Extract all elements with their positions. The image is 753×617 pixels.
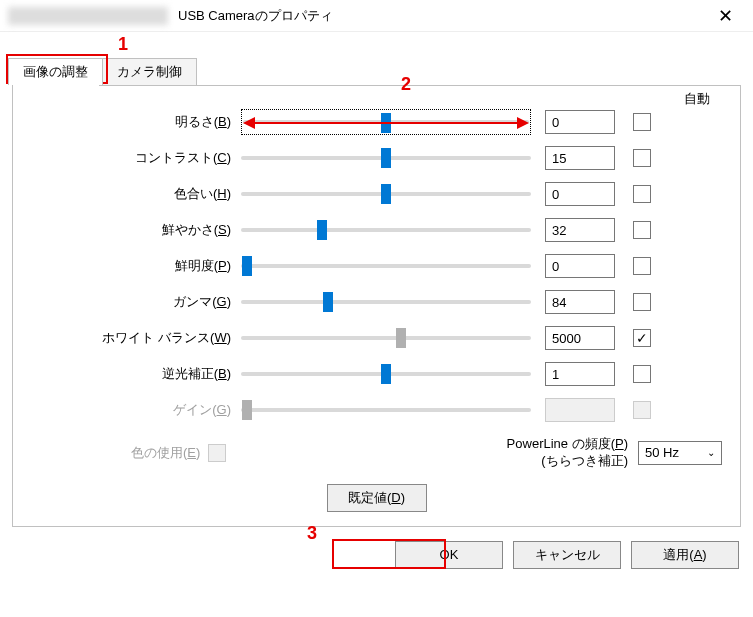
- slider-value-input[interactable]: [545, 290, 615, 314]
- auto-checkbox[interactable]: [633, 149, 651, 167]
- slider: [241, 397, 531, 423]
- slider-label: 色合い(H): [31, 185, 241, 203]
- slider-thumb[interactable]: [381, 113, 391, 133]
- slider-row: ホワイト バランス(W)✓: [31, 320, 722, 356]
- slider-row: コントラスト(C): [31, 140, 722, 176]
- slider-value-input[interactable]: [545, 362, 615, 386]
- slider-label: コントラスト(C): [31, 149, 241, 167]
- slider-row: 明るさ(B): [31, 104, 722, 140]
- auto-checkbox[interactable]: [633, 185, 651, 203]
- slider-value-input[interactable]: [545, 182, 615, 206]
- color-enable-label: 色の使用(E): [131, 444, 200, 462]
- slider-label: ホワイト バランス(W): [31, 329, 241, 347]
- apply-button[interactable]: 適用(A): [631, 541, 739, 569]
- slider[interactable]: [241, 145, 531, 171]
- defaults-button[interactable]: 既定値(D): [327, 484, 427, 512]
- slider[interactable]: [241, 325, 531, 351]
- slider-thumb[interactable]: [381, 148, 391, 168]
- slider-thumb[interactable]: [242, 256, 252, 276]
- slider-thumb[interactable]: [381, 184, 391, 204]
- powerline-combo[interactable]: 50 Hz ⌄: [638, 441, 722, 465]
- auto-checkbox[interactable]: [633, 221, 651, 239]
- cancel-button[interactable]: キャンセル: [513, 541, 621, 569]
- slider-thumb[interactable]: [323, 292, 333, 312]
- auto-checkbox: [633, 401, 651, 419]
- auto-checkbox[interactable]: [633, 365, 651, 383]
- slider[interactable]: [241, 217, 531, 243]
- slider[interactable]: [241, 109, 531, 135]
- slider-thumb: [242, 400, 252, 420]
- slider-value-input[interactable]: [545, 326, 615, 350]
- slider[interactable]: [241, 253, 531, 279]
- slider[interactable]: [241, 289, 531, 315]
- slider[interactable]: [241, 361, 531, 387]
- color-enable-group: 色の使用(E): [131, 444, 226, 462]
- slider-value-input[interactable]: [545, 218, 615, 242]
- auto-checkbox[interactable]: [633, 113, 651, 131]
- ok-button[interactable]: OK: [395, 541, 503, 569]
- slider-label: 鮮明度(P): [31, 257, 241, 275]
- slider-thumb[interactable]: [396, 328, 406, 348]
- slider[interactable]: [241, 181, 531, 207]
- annotation-1: 1: [118, 34, 128, 55]
- color-enable-checkbox: [208, 444, 226, 462]
- powerline-group: PowerLine の頻度(P) (ちらつき補正) 50 Hz ⌄: [507, 436, 722, 470]
- slider-label: 明るさ(B): [31, 113, 241, 131]
- slider-thumb[interactable]: [381, 364, 391, 384]
- slider-row: 逆光補正(B): [31, 356, 722, 392]
- auto-column-header: 自動: [684, 90, 710, 108]
- slider-row: 色合い(H): [31, 176, 722, 212]
- slider-value-input[interactable]: [545, 254, 615, 278]
- slider-row: ゲイン(G): [31, 392, 722, 428]
- slider-row: ガンマ(G): [31, 284, 722, 320]
- slider-value-input[interactable]: [545, 146, 615, 170]
- slider-label: ガンマ(G): [31, 293, 241, 311]
- window-title: USB Cameraのプロパティ: [178, 7, 333, 25]
- slider-label: 逆光補正(B): [31, 365, 241, 383]
- powerline-value: 50 Hz: [645, 445, 679, 460]
- slider-label: 鮮やかさ(S): [31, 221, 241, 239]
- auto-checkbox[interactable]: [633, 257, 651, 275]
- tab-bar: 画像の調整 カメラ制御: [8, 58, 745, 85]
- app-name-redacted: [8, 7, 168, 25]
- auto-checkbox[interactable]: ✓: [633, 329, 651, 347]
- tab-image-adjust[interactable]: 画像の調整: [8, 58, 103, 85]
- slider-thumb[interactable]: [317, 220, 327, 240]
- slider-value-input[interactable]: [545, 110, 615, 134]
- tab-camera-control[interactable]: カメラ制御: [102, 58, 197, 85]
- close-icon[interactable]: ✕: [705, 5, 745, 27]
- slider-label: ゲイン(G): [31, 401, 241, 419]
- slider-row: 鮮やかさ(S): [31, 212, 722, 248]
- settings-panel: 自動 2 明るさ(B)コントラスト(C)色合い(H)鮮やかさ(S)鮮明度(P)ガ…: [12, 85, 741, 527]
- chevron-down-icon: ⌄: [707, 447, 715, 458]
- auto-checkbox[interactable]: [633, 293, 651, 311]
- powerline-label: PowerLine の頻度(P) (ちらつき補正): [507, 436, 628, 470]
- annotation-3: 3: [307, 523, 317, 544]
- titlebar: USB Cameraのプロパティ ✕: [0, 0, 753, 32]
- slider-row: 鮮明度(P): [31, 248, 722, 284]
- slider-value-input: [545, 398, 615, 422]
